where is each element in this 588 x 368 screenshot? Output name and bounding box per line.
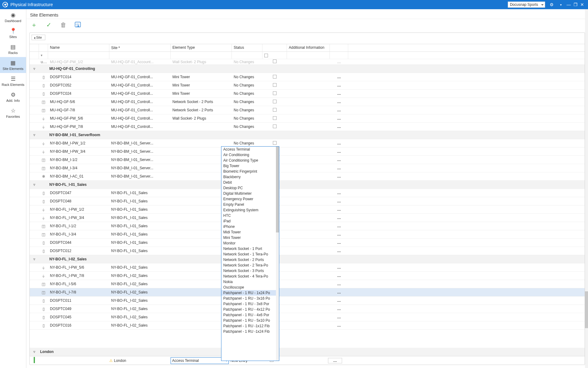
filter-additional[interactable] — [287, 52, 330, 59]
table-row[interactable]: ▯DOSPTC012NY-BO-FL_I-01_SalesNo Changes… — [30, 247, 585, 255]
dropdown-option[interactable]: Blackberry — [221, 174, 276, 180]
row-actions[interactable]: … — [330, 156, 348, 163]
filter-type[interactable] — [171, 52, 232, 59]
filter-site[interactable] — [109, 52, 171, 59]
filter-name[interactable] — [48, 52, 109, 59]
row-actions[interactable]: … — [330, 59, 348, 65]
sidebar-item-favorites[interactable]: ☆Favorites — [0, 105, 26, 121]
scrollbar-thumb[interactable] — [276, 147, 279, 232]
close-button[interactable]: ✕ — [579, 2, 586, 7]
dropdown-option[interactable]: iPad — [221, 218, 276, 224]
dropdown-option[interactable]: Network Socket - 1 Port — [221, 246, 276, 251]
row-check[interactable] — [262, 140, 287, 147]
table-row[interactable]: ▯DOSPTC048NY-BO-FL_I-01_SalesNo Changes… — [30, 197, 585, 205]
filter-status[interactable] — [232, 52, 262, 59]
dropdown-option[interactable]: Network Socket - 3 Ports — [221, 268, 276, 274]
dropdown-option[interactable]: Air Conditioning Type — [221, 158, 276, 163]
row-actions[interactable]: … — [330, 247, 348, 254]
dropdown-option[interactable]: Patchpanel - 1 RU - 3x16 Po — [221, 296, 276, 301]
table-row[interactable]: ⏚NY-BO-FL_I-PW_5/6NY-BO-FL_I-02_SalesNo … — [30, 263, 585, 272]
dropdown-option[interactable]: Patchpanel - 1 RU - 3x8 Por — [221, 301, 276, 307]
row-check[interactable] — [262, 115, 287, 122]
tenant-select[interactable]: Docusnap Sports — [508, 2, 545, 8]
sidebar-item-dashboard[interactable]: ◉Dashboard — [0, 9, 26, 25]
dropdown-option[interactable]: Patchpanel - 1 RU - 1x24 Po — [221, 290, 276, 296]
dropdown-option[interactable]: iPhone — [221, 224, 276, 229]
edit-element-type[interactable]: Access Terminal ▾ — [171, 357, 229, 364]
dropdown-option[interactable]: Patchpanel - 1 RU -1x12 Fib — [221, 323, 276, 329]
row-check[interactable] — [262, 59, 287, 65]
table-row[interactable]: ◫NY-BO-FL_I-5/6NY-BO-FL_I-02_SalesNo Cha… — [30, 280, 585, 288]
dropdown-option[interactable]: Biometric Fingerprint — [221, 169, 276, 174]
settings-gear-icon[interactable]: ⚙ — [548, 2, 555, 7]
table-row[interactable]: ▯DOSPTC011NY-BO-FL_I-02_SalesNo Changes… — [30, 297, 585, 305]
group-row[interactable]: ▿NY-BO-FL_I-02_Sales — [30, 255, 585, 263]
dropdown-option[interactable]: Extinguishing System — [221, 207, 276, 213]
grid-body[interactable]: undefinedMU-HQ-GF-PW_1/2MU-HQ-GF-01_Acco… — [30, 59, 585, 348]
dropdown-option[interactable]: Patchpanel - 1 RU - 4x6 Por — [221, 312, 276, 318]
row-actions[interactable]: … — [330, 123, 348, 130]
table-row[interactable]: ⏚NY-BO-FL_I-PW_1/2NY-BO-FL_I-01_SalesNo … — [30, 205, 585, 214]
dropdown-option[interactable]: Monitor — [221, 240, 276, 246]
table-row[interactable]: ▯DOSPTC044NY-BO-FL_I-01_SalesNo Changes… — [30, 239, 585, 247]
confirm-button[interactable]: ✓ — [45, 21, 52, 28]
row-check[interactable] — [262, 107, 287, 114]
row-check[interactable] — [262, 98, 287, 105]
row-actions[interactable]: … — [330, 190, 348, 196]
col-status[interactable]: Status — [232, 44, 262, 52]
row-actions[interactable]: … — [330, 148, 348, 155]
row-actions[interactable]: … — [330, 297, 348, 304]
group-row-london[interactable]: ▿ London — [30, 348, 585, 356]
add-button[interactable]: ＋ — [31, 21, 37, 28]
sidebar-item-site-elements[interactable]: ▦Site Elements — [0, 57, 26, 73]
row-actions[interactable]: … — [330, 74, 348, 80]
row-actions[interactable]: … — [330, 272, 348, 279]
dropdown-option[interactable]: Empty Panel — [221, 202, 276, 207]
row-actions[interactable]: … — [330, 165, 348, 171]
table-row[interactable]: ▯DOSPTC049NY-BO-FL_I-02_SalesNo Changes… — [30, 305, 585, 313]
row-actions[interactable]: … — [330, 90, 348, 97]
row-check[interactable] — [262, 123, 287, 130]
row-actions[interactable]: … — [330, 281, 348, 287]
table-row[interactable]: ◫NY-BO-FL_I-1/2NY-BO-FL_I-01_SalesNo Cha… — [30, 222, 585, 230]
row-check[interactable] — [262, 82, 287, 89]
table-row[interactable]: ◫MU-HQ-GF-7/8MU-HQ-GF-01_Controll...Netw… — [30, 106, 585, 114]
dropdown-option[interactable]: Digital Multimeter — [221, 191, 276, 196]
row-actions[interactable]: … — [330, 314, 348, 320]
dropdown-option[interactable]: Network Socket - 2 Tera-Po — [221, 263, 276, 268]
dropdown-option[interactable]: HTC — [221, 213, 276, 218]
dropdown-option[interactable]: Mini Tower — [221, 235, 276, 240]
maximize-button[interactable]: ❐ — [572, 2, 579, 7]
row-actions[interactable]: … — [330, 214, 348, 221]
settings-dropdown-icon[interactable]: ▾ — [557, 3, 564, 6]
table-row[interactable]: ▯DOSPTC052MU-HQ-GF-01_Controll...Mini To… — [30, 81, 585, 90]
group-row[interactable]: ▿NY-BO-FL_I-01_Sales — [30, 181, 585, 189]
row-check[interactable] — [262, 90, 287, 97]
sidebar-item-sites[interactable]: 📍Sites — [0, 25, 26, 41]
row-actions[interactable]: … — [330, 322, 348, 329]
table-row[interactable]: ◫MU-HQ-GF-5/6MU-HQ-GF-01_Controll...Netw… — [30, 98, 585, 106]
table-row[interactable]: ▯DOSPTC014MU-HQ-GF-01_Controll...Mini To… — [30, 73, 585, 81]
table-row[interactable]: ❄NY-BO-BM_I-AC_01NY-BO-BM_I-01_Server...… — [30, 172, 585, 181]
row-actions[interactable]: … — [330, 223, 348, 229]
table-row[interactable]: ◫NY-BO-FL_I-7/8NY-BO-FL_I-02_SalesNo Cha… — [30, 288, 585, 297]
col-additional-info[interactable]: Additional Information — [287, 44, 330, 52]
edit-site[interactable]: ⚠ London — [109, 358, 171, 363]
table-row[interactable]: ⏚MU-HQ-GF-PW_5/6MU-HQ-GF-01_Controll...W… — [30, 114, 585, 123]
csv-export-button[interactable]: CSV — [75, 21, 81, 28]
row-actions[interactable]: … — [330, 206, 348, 213]
table-row[interactable]: ◫NY-BO-FL_I-3/4NY-BO-FL_I-01_SalesNo Cha… — [30, 230, 585, 239]
table-row[interactable]: undefinedMU-HQ-GF-PW_1/2MU-HQ-GF-01_Acco… — [30, 59, 585, 65]
dropdown-option[interactable]: Big Tower — [221, 163, 276, 169]
vertical-scrollbar[interactable] — [585, 9, 588, 368]
dropdown-option[interactable]: Emergency Power — [221, 196, 276, 202]
dropdown-option[interactable]: Network Socket - 4 Tera-Po — [221, 274, 276, 279]
row-actions[interactable]: … — [330, 173, 348, 180]
dropdown-option[interactable]: Air Conditioning — [221, 152, 276, 158]
col-site[interactable]: Site ▴ — [109, 44, 171, 52]
dropdown-option[interactable]: Network Socket - 1 Tera-Po — [221, 251, 276, 257]
dropdown-option[interactable]: Nokia — [221, 279, 276, 285]
row-check[interactable] — [262, 74, 287, 81]
table-row[interactable]: ⏚NY-BO-FL_I-PW_7/8NY-BO-FL_I-02_SalesNo … — [30, 272, 585, 280]
table-row[interactable]: ⏚MU-HQ-GF-PW_7/8MU-HQ-GF-01_Controll...N… — [30, 123, 585, 131]
